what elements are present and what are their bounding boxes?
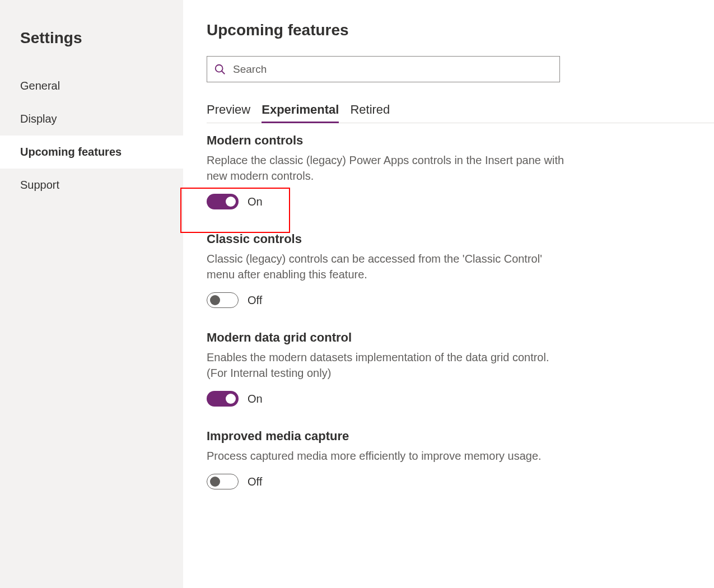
page-title: Upcoming features xyxy=(207,21,714,39)
sidebar-item-general[interactable]: General xyxy=(0,69,183,102)
toggle-label: Off xyxy=(248,475,262,488)
tab-preview[interactable]: Preview xyxy=(207,98,250,123)
toggle-modern-data-grid[interactable] xyxy=(207,391,239,407)
search-icon xyxy=(214,63,226,76)
feature-title: Improved media capture xyxy=(207,429,565,444)
sidebar-title: Settings xyxy=(0,29,183,69)
toggle-knob xyxy=(226,394,236,404)
feature-title: Modern data grid control xyxy=(207,330,565,345)
sidebar-item-upcoming-features[interactable]: Upcoming features xyxy=(0,136,183,169)
sidebar: Settings General Display Upcoming featur… xyxy=(0,0,183,588)
main-content: Upcoming features Preview Experimental R… xyxy=(183,0,714,588)
toggle-label: On xyxy=(248,393,263,405)
feature-description: Enables the modern datasets implementati… xyxy=(207,349,565,381)
search-box[interactable] xyxy=(207,56,560,82)
sidebar-item-support[interactable]: Support xyxy=(0,169,183,202)
feature-description: Classic (legacy) controls can be accesse… xyxy=(207,251,565,282)
feature-description: Process captured media more efficiently … xyxy=(207,448,565,464)
search-input[interactable] xyxy=(233,63,553,76)
tabs: Preview Experimental Retired xyxy=(207,98,714,123)
feature-title: Classic controls xyxy=(207,232,565,246)
toggle-label: On xyxy=(248,195,263,208)
toggle-row: On xyxy=(207,194,565,209)
toggle-knob xyxy=(210,295,220,305)
toggle-row: On xyxy=(207,391,565,407)
toggle-row: Off xyxy=(207,292,565,308)
svg-point-0 xyxy=(216,64,223,72)
toggle-knob xyxy=(226,197,236,207)
svg-line-1 xyxy=(222,71,225,74)
feature-modern-controls: Modern controls Replace the classic (leg… xyxy=(207,133,565,209)
toggle-knob xyxy=(210,477,220,487)
toggle-classic-controls[interactable] xyxy=(207,292,239,308)
feature-classic-controls: Classic controls Classic (legacy) contro… xyxy=(207,232,565,308)
feature-title: Modern controls xyxy=(207,133,565,148)
sidebar-item-display[interactable]: Display xyxy=(0,102,183,136)
toggle-row: Off xyxy=(207,474,565,489)
toggle-improved-media-capture[interactable] xyxy=(207,474,239,489)
feature-modern-data-grid: Modern data grid control Enables the mod… xyxy=(207,330,565,407)
feature-description: Replace the classic (legacy) Power Apps … xyxy=(207,152,565,184)
tab-experimental[interactable]: Experimental xyxy=(262,98,339,123)
toggle-modern-controls[interactable] xyxy=(207,194,239,209)
tab-retired[interactable]: Retired xyxy=(350,98,390,123)
toggle-label: Off xyxy=(248,294,262,307)
feature-improved-media-capture: Improved media capture Process captured … xyxy=(207,429,565,489)
